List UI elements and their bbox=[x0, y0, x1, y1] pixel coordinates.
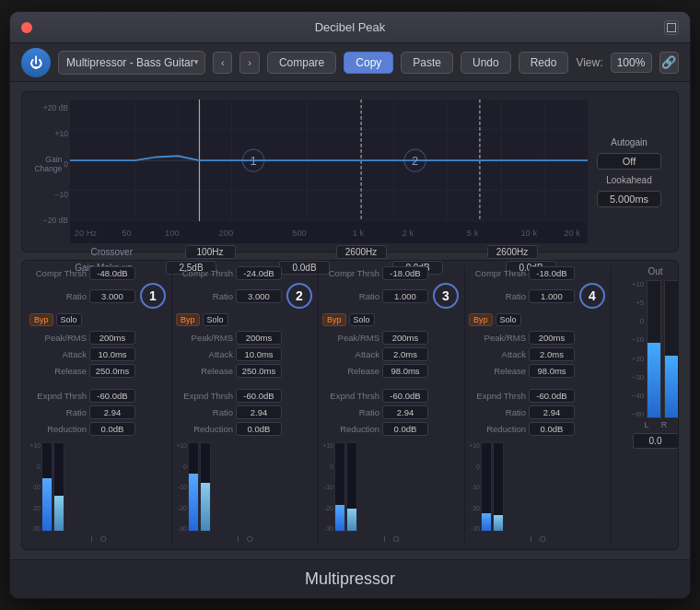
band-4-attack-val[interactable]: 2.0ms bbox=[529, 347, 575, 361]
band-3-expratio-val[interactable]: 2.94 bbox=[382, 405, 428, 419]
band-4-byp-btn[interactable]: Byp bbox=[469, 313, 493, 326]
band-1-attack-val[interactable]: 10.0ms bbox=[89, 347, 135, 361]
crossover-val-3[interactable]: 2600Hz bbox=[487, 245, 538, 259]
band-3-expnd-label: Expnd Thrsh bbox=[322, 391, 379, 401]
back-button[interactable]: ‹ bbox=[213, 52, 232, 74]
band-3-compr-label: Compr Thrsh bbox=[322, 268, 379, 278]
out-meter-r-bar bbox=[665, 356, 678, 417]
band-1-compr-row: Compr Thrsh -48.0dB bbox=[29, 266, 168, 280]
band-1-badge: 1 bbox=[140, 283, 166, 309]
band-4-ratio-val[interactable]: 1.000 bbox=[529, 289, 575, 303]
band-4-release-val[interactable]: 98.0ms bbox=[529, 364, 575, 378]
band-3-attack-val[interactable]: 2.0ms bbox=[382, 347, 428, 361]
band-3-o-label: O bbox=[393, 534, 400, 544]
view-select[interactable]: 100% bbox=[611, 53, 652, 73]
band-1-meters: +100-10-20-30 bbox=[29, 442, 168, 532]
band-2-ratio-val[interactable]: 3.000 bbox=[236, 289, 282, 303]
band-3-reduction-val[interactable]: 0.0dB bbox=[382, 422, 428, 436]
band-1-column: Compr Thrsh -48.0dB Ratio 3.000 1 Byp So… bbox=[29, 266, 168, 544]
band-1-peakrms-val[interactable]: 200ms bbox=[89, 331, 135, 345]
band-3-solo-btn[interactable]: Solo bbox=[349, 313, 375, 326]
band-4-reduction-val[interactable]: 0.0dB bbox=[529, 422, 575, 436]
undo-button[interactable]: Undo bbox=[461, 52, 511, 74]
out-value[interactable]: 0.0 bbox=[633, 433, 679, 449]
forward-button[interactable]: › bbox=[239, 52, 259, 74]
out-meter-r bbox=[664, 280, 679, 418]
band-2-reduction-val[interactable]: 0.0dB bbox=[236, 422, 282, 436]
copy-button[interactable]: Copy bbox=[344, 52, 393, 74]
band-4-reduction-label: Reduction bbox=[469, 424, 526, 434]
band-3-ratio-val[interactable]: 1.000 bbox=[382, 289, 428, 303]
band-2-peakrms-label: Peak/RMS bbox=[176, 333, 233, 343]
band-4-attack-row: Attack 2.0ms bbox=[469, 347, 607, 361]
band-1-expnd-row: Expnd Thrsh -60.0dB bbox=[29, 389, 168, 403]
band-2-release-val[interactable]: 250.0ms bbox=[236, 364, 282, 378]
band-4-attack-label: Attack bbox=[469, 349, 526, 359]
band-3-compr-val[interactable]: -18.0dB bbox=[382, 266, 428, 280]
band-section: Compr Thrsh -48.0dB Ratio 3.000 1 Byp So… bbox=[21, 260, 679, 550]
band-1-release-val[interactable]: 250.0ms bbox=[89, 364, 135, 378]
band-2-peakrms-val[interactable]: 200ms bbox=[236, 331, 282, 345]
svg-text:1: 1 bbox=[250, 154, 256, 168]
compare-button[interactable]: Compare bbox=[267, 52, 336, 74]
band-4-peakrms-val[interactable]: 200ms bbox=[529, 331, 575, 345]
band-2-ratio-label: Ratio bbox=[176, 291, 233, 301]
preset-select[interactable]: Multipressor - Bass Guitar bbox=[58, 51, 205, 75]
band-4-compr-row: Compr Thrsh -18.0dB bbox=[469, 266, 607, 280]
band-1-compr-val[interactable]: -48.0dB bbox=[89, 266, 135, 280]
band-2-reduction-row: Reduction 0.0dB bbox=[176, 422, 314, 436]
band-1-io-labels: I O bbox=[29, 534, 168, 544]
band-1-reduction-val[interactable]: 0.0dB bbox=[89, 422, 135, 436]
eq-y-top: +20 dB bbox=[29, 103, 68, 112]
band-2-expnd-val[interactable]: -60.0dB bbox=[236, 389, 282, 403]
band-4-expnd-row: Expnd Thrsh -60.0dB bbox=[469, 389, 607, 403]
band-1-expnd-val[interactable]: -60.0dB bbox=[89, 389, 135, 403]
band-4-expratio-val[interactable]: 2.94 bbox=[529, 405, 575, 419]
band-4-expnd-val[interactable]: -60.0dB bbox=[529, 389, 575, 403]
band-2-solo-btn[interactable]: Solo bbox=[203, 313, 228, 326]
band-2-attack-val[interactable]: 10.0ms bbox=[236, 347, 282, 361]
band-2-compr-val[interactable]: -24.0dB bbox=[236, 266, 282, 280]
band-2-peakrms-row: Peak/RMS 200ms bbox=[176, 331, 314, 345]
band-4-compr-val[interactable]: -18.0dB bbox=[529, 266, 575, 280]
eq-y-mid-bot: −10 bbox=[29, 190, 68, 199]
band-2-byp-btn[interactable]: Byp bbox=[176, 313, 200, 326]
band-2-attack-row: Attack 10.0ms bbox=[176, 347, 314, 361]
band-1-o-label: O bbox=[100, 534, 107, 544]
band-2-column: Compr Thrsh -24.0dB Ratio 3.000 2 Byp So… bbox=[171, 266, 314, 544]
power-button[interactable]: ⏻ bbox=[21, 48, 51, 77]
band-1-attack-label: Attack bbox=[29, 349, 87, 359]
band-1-expratio-val[interactable]: 2.94 bbox=[89, 405, 135, 419]
band-3-expnd-val[interactable]: -60.0dB bbox=[382, 389, 428, 403]
band-3-peakrms-val[interactable]: 200ms bbox=[382, 331, 428, 345]
out-section: Out +10 +5 0 −10 −20 −30 −40 −60 bbox=[611, 266, 679, 544]
crossover-val-1[interactable]: 100Hz bbox=[185, 245, 236, 259]
expand-button[interactable] bbox=[664, 20, 679, 35]
lookahead-value[interactable]: 5.000ms bbox=[597, 191, 661, 207]
svg-rect-21 bbox=[70, 221, 588, 243]
out-scale: +10 +5 0 −10 −20 −30 −40 −60 bbox=[632, 280, 645, 418]
band-1-meter-i-bar bbox=[42, 478, 52, 531]
band-1-solo-btn[interactable]: Solo bbox=[56, 313, 82, 326]
band-4-ratio-label: Ratio bbox=[469, 291, 526, 301]
autogain-select[interactable]: Off bbox=[597, 153, 661, 170]
link-button[interactable]: 🔗 bbox=[659, 52, 679, 74]
paste-button[interactable]: Paste bbox=[401, 52, 453, 74]
power-icon: ⏻ bbox=[29, 56, 42, 69]
band-1-release-row: Release 250.0ms bbox=[29, 364, 168, 378]
band-1-byp-btn[interactable]: Byp bbox=[29, 313, 53, 326]
crossover-val-2[interactable]: 2600Hz bbox=[336, 245, 387, 259]
svg-text:100: 100 bbox=[165, 228, 180, 238]
band-4-meter-i bbox=[481, 442, 492, 532]
close-button[interactable] bbox=[21, 22, 32, 33]
band-4-solo-btn[interactable]: Solo bbox=[496, 313, 521, 326]
band-3-release-val[interactable]: 98.0ms bbox=[382, 364, 428, 378]
svg-text:2 k: 2 k bbox=[402, 228, 414, 238]
band-3-byp-btn[interactable]: Byp bbox=[322, 313, 346, 326]
svg-text:5 k: 5 k bbox=[467, 228, 479, 238]
redo-button[interactable]: Redo bbox=[519, 52, 569, 74]
band-2-expratio-val[interactable]: 2.94 bbox=[236, 405, 282, 419]
band-4-badge: 4 bbox=[579, 283, 605, 309]
band-1-ratio-val[interactable]: 3.000 bbox=[89, 289, 135, 303]
band-3-expnd-row: Expnd Thrsh -60.0dB bbox=[322, 389, 461, 403]
